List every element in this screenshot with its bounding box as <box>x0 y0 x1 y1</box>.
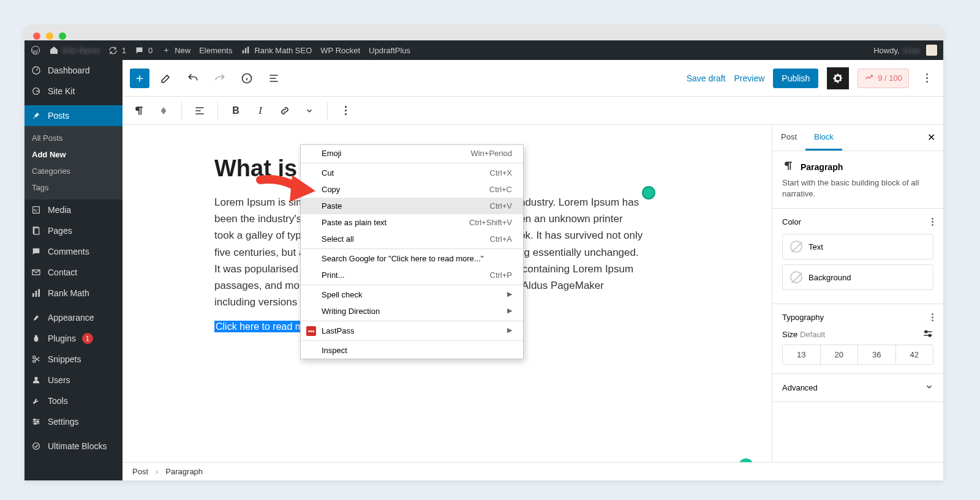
comments-count[interactable]: 0 <box>135 45 153 55</box>
grammarly-icon[interactable] <box>642 186 655 200</box>
edit-mode-icon[interactable] <box>156 68 176 89</box>
close-window[interactable] <box>33 32 40 40</box>
user-avatar[interactable] <box>926 45 937 56</box>
adminbar-updraft[interactable]: UpdraftPlus <box>369 46 410 55</box>
ctx-inspect[interactable]: Inspect <box>301 342 523 359</box>
ctx-lastpass[interactable]: •••LastPass▶ <box>301 323 523 339</box>
ctx-writing-direction[interactable]: Writing Direction▶ <box>301 303 523 319</box>
mail-icon <box>31 267 42 278</box>
block-options-button[interactable] <box>335 100 356 121</box>
ctx-cut[interactable]: CutCtrl+X <box>301 165 523 181</box>
sidebar-contact[interactable]: Contact <box>24 262 123 283</box>
typography-options-menu[interactable] <box>932 313 933 321</box>
link-button[interactable] <box>274 100 295 121</box>
typography-heading: Typography <box>782 313 824 322</box>
move-block-icon[interactable] <box>153 100 174 121</box>
ctx-paste-plain[interactable]: Paste as plain textCtrl+Shift+V <box>301 214 523 231</box>
svg-point-23 <box>929 335 931 337</box>
tab-post[interactable]: Post <box>772 125 805 151</box>
submenu-arrow-icon: ▶ <box>507 307 512 316</box>
background-color-button[interactable]: Background <box>782 264 933 290</box>
align-button[interactable] <box>189 100 210 121</box>
svg-rect-1 <box>243 50 244 53</box>
sidebar-comments[interactable]: Comments <box>24 241 123 262</box>
updates-count: 1 <box>122 46 126 55</box>
seo-score-button[interactable]: 9 / 100 <box>858 69 909 88</box>
plugin-update-badge: 1 <box>82 333 93 344</box>
submenu-addnew[interactable]: Add New <box>24 146 123 163</box>
preview-button[interactable]: Preview <box>734 73 765 83</box>
ctx-print[interactable]: Print...Ctrl+P <box>301 267 523 283</box>
text-color-button[interactable]: Text <box>782 234 933 259</box>
size-13[interactable]: 13 <box>783 345 821 364</box>
sidebar-plugins[interactable]: Plugins1 <box>24 328 123 349</box>
advanced-section[interactable]: Advanced <box>772 374 943 402</box>
minimize-window[interactable] <box>46 32 53 40</box>
brush-icon <box>31 312 42 323</box>
sidebar-tools[interactable]: Tools <box>24 390 123 411</box>
size-36[interactable]: 36 <box>858 345 896 364</box>
ctx-paste[interactable]: PasteCtrl+V <box>301 198 523 214</box>
svg-point-20 <box>33 443 40 450</box>
sidebar-sitekit[interactable]: Site Kit <box>24 81 123 102</box>
sidebar-rankmath[interactable]: Rank Math <box>24 283 123 304</box>
adminbar-rankmath[interactable]: Rank Math SEO <box>241 45 312 55</box>
svg-point-16 <box>34 377 37 380</box>
size-42[interactable]: 42 <box>896 345 933 364</box>
trend-icon <box>864 73 874 84</box>
paragraph-type-icon[interactable] <box>129 100 149 121</box>
svg-rect-12 <box>36 291 37 297</box>
breadcrumb-block[interactable]: Paragraph <box>165 467 203 476</box>
settings-button[interactable] <box>827 67 849 89</box>
sidebar-media[interactable]: Media <box>24 200 123 220</box>
ctx-copy[interactable]: CopyCtrl+C <box>301 181 523 198</box>
maximize-window[interactable] <box>59 32 66 40</box>
howdy[interactable]: Howdy, User <box>873 46 920 55</box>
tab-block[interactable]: Block <box>805 125 842 151</box>
info-button[interactable] <box>236 68 257 89</box>
editor-canvas[interactable]: What is Lorem Ipsum is simply dummy text… <box>123 125 772 480</box>
close-panel-button[interactable]: ✕ <box>924 130 938 144</box>
updates[interactable]: 1 <box>108 45 126 55</box>
size-20[interactable]: 20 <box>821 345 859 364</box>
redo-button[interactable] <box>209 68 230 89</box>
undo-button[interactable] <box>183 68 203 89</box>
ctx-spell-check[interactable]: Spell check▶ <box>301 286 523 303</box>
ctx-select-all[interactable]: Select allCtrl+A <box>301 231 523 247</box>
site-home[interactable]: Site Name <box>49 45 100 55</box>
sidebar-appearance[interactable]: Appearance <box>24 307 123 328</box>
wrench-icon <box>31 395 42 406</box>
more-format-button[interactable] <box>299 100 320 121</box>
more-menu[interactable] <box>918 73 936 83</box>
custom-size-button[interactable] <box>922 329 933 340</box>
editor-area: What is Lorem Ipsum is simply dummy text… <box>123 125 943 480</box>
outline-button[interactable] <box>263 68 284 89</box>
sidebar-dashboard[interactable]: Dashboard <box>24 60 123 81</box>
sidebar-snippets[interactable]: Snippets <box>24 349 123 370</box>
sidebar-pages[interactable]: Pages <box>24 220 123 241</box>
save-draft-button[interactable]: Save draft <box>687 73 726 83</box>
submenu-allposts[interactable]: All Posts <box>24 130 123 146</box>
adminbar-wprocket[interactable]: WP Rocket <box>320 46 360 55</box>
breadcrumb-post[interactable]: Post <box>132 467 148 476</box>
sidebar-ultimateblocks[interactable]: Ultimate Blocks <box>24 436 123 457</box>
adminbar-elements[interactable]: Elements <box>199 46 232 55</box>
ctx-emoji[interactable]: EmojiWin+Period <box>301 145 523 162</box>
svg-point-14 <box>33 356 36 359</box>
submenu-tags[interactable]: Tags <box>24 179 123 196</box>
plug-icon <box>31 333 42 344</box>
bold-button[interactable]: B <box>225 100 246 121</box>
sidebar-users[interactable]: Users <box>24 370 123 390</box>
italic-button[interactable]: I <box>250 100 271 121</box>
sidebar-settings[interactable]: Settings <box>24 411 123 432</box>
ctx-search-google[interactable]: Search Google for "Click here to read mo… <box>301 250 523 267</box>
block-toolbar: B I <box>123 97 943 125</box>
submenu-categories[interactable]: Categories <box>24 163 123 179</box>
add-block-button[interactable]: ＋ <box>130 69 149 88</box>
wp-logo[interactable] <box>31 45 40 55</box>
new-content[interactable]: ＋New <box>161 45 190 55</box>
publish-button[interactable]: Publish <box>773 69 818 88</box>
chevron-right-icon: › <box>156 467 158 476</box>
color-options-menu[interactable] <box>932 218 933 226</box>
sidebar-posts[interactable]: Posts <box>24 105 123 126</box>
